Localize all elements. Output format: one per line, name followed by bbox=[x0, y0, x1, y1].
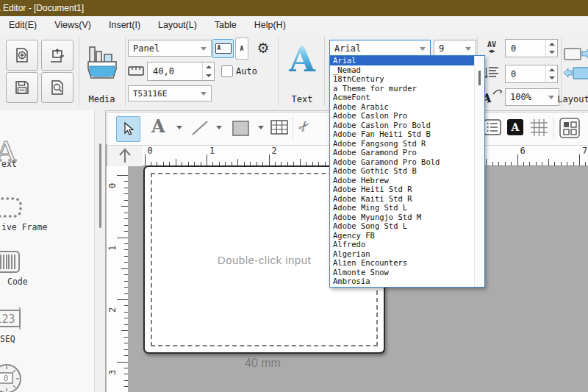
font-option[interactable]: a Theme for murder bbox=[330, 84, 474, 93]
ruler-tick bbox=[124, 231, 128, 232]
panel-select[interactable]: Panel bbox=[128, 40, 212, 57]
font-option[interactable]: Adobe Myungjo Std M bbox=[330, 213, 474, 222]
settings-button[interactable]: ⚙ bbox=[252, 38, 274, 59]
font-option[interactable]: Adobe Garamond Pro Bold bbox=[330, 157, 474, 167]
ruler-tick bbox=[124, 200, 128, 201]
ruler-tick bbox=[567, 162, 567, 165]
barcode-icon bbox=[0, 250, 21, 274]
font-option[interactable]: Almonte Snow bbox=[330, 268, 474, 277]
text-tool-dropdown-arrow[interactable] bbox=[176, 126, 182, 129]
line-spacing-field[interactable]: 0 bbox=[505, 65, 558, 83]
char-spacing-field[interactable]: 0 bbox=[505, 39, 558, 57]
media-button[interactable]: Media bbox=[81, 38, 123, 106]
sidebar-item-sequence[interactable]: 123 bbox=[0, 306, 24, 331]
menu-help[interactable]: Help(H) bbox=[245, 17, 295, 34]
ruler-tick bbox=[579, 154, 580, 165]
ruler-origin-button[interactable] bbox=[107, 145, 143, 167]
font-option[interactable]: Ambrosia bbox=[330, 277, 474, 286]
ruler-tick bbox=[124, 337, 128, 338]
menu-views[interactable]: Views(V) bbox=[46, 17, 100, 34]
font-option[interactable]: Adobe Kaiti Std R bbox=[330, 194, 474, 204]
char-width-select[interactable]: 100% bbox=[505, 88, 559, 106]
chevron-down-icon bbox=[201, 92, 207, 96]
menu-edit[interactable]: Edit(E) bbox=[0, 17, 46, 34]
title-bar: a Editor - [Document1] bbox=[0, 0, 588, 16]
ruler-tick bbox=[124, 188, 128, 188]
font-option[interactable]: Adobe Caslon Pro Bold bbox=[330, 121, 474, 130]
ruler-tick bbox=[523, 162, 524, 165]
menu-layout[interactable]: Layout(L) bbox=[149, 17, 206, 34]
font-option[interactable]: Alien Encounters bbox=[330, 258, 474, 268]
font-option[interactable]: 18thCentury bbox=[330, 74, 474, 84]
ruler-tick bbox=[529, 162, 530, 165]
ruler-tick bbox=[561, 162, 562, 165]
vertical-ruler: 0123 bbox=[107, 166, 128, 392]
line-spacing-spinner[interactable] bbox=[545, 65, 557, 82]
panels-layout-button[interactable] bbox=[559, 118, 580, 138]
new-document-icon bbox=[14, 47, 30, 63]
sidebar-item-barcode[interactable] bbox=[0, 250, 21, 274]
font-option[interactable]: Adobe Ming Std L bbox=[330, 203, 474, 213]
orientation-horizontal-button[interactable]: A bbox=[212, 39, 234, 58]
ruler-tick bbox=[498, 162, 499, 165]
save-button[interactable] bbox=[6, 72, 38, 103]
auto-checkbox[interactable] bbox=[221, 65, 233, 77]
window-title: a Editor - [Document1] bbox=[0, 0, 84, 16]
font-option[interactable]: AcmeFont bbox=[330, 93, 474, 102]
font-option[interactable]: Adobe Song Std L bbox=[330, 221, 474, 231]
font-option[interactable]: Adobe Garamond Pro bbox=[330, 148, 474, 157]
sidebar-item-text-label: ext bbox=[1, 159, 17, 169]
shape-tool-dropdown-arrow[interactable] bbox=[258, 126, 264, 129]
font-option[interactable]: Algerian bbox=[330, 249, 474, 259]
grid-toggle-button[interactable] bbox=[530, 118, 548, 137]
char-spacing-spinner[interactable] bbox=[545, 40, 557, 57]
orientation-vertical-button[interactable]: A bbox=[235, 38, 248, 60]
select-tool-button[interactable] bbox=[116, 116, 140, 142]
tape-width-spinner[interactable] bbox=[202, 63, 214, 80]
sidebar-scrollbar-thumb[interactable] bbox=[99, 143, 101, 228]
font-option[interactable]: Alfredo bbox=[330, 240, 474, 249]
font-option[interactable]: Adobe Hebrew bbox=[330, 176, 474, 185]
tape-width-field[interactable]: 40,0 bbox=[147, 62, 215, 81]
ruler-tick bbox=[124, 262, 128, 263]
ruler-tick bbox=[124, 243, 128, 244]
new-document-button[interactable] bbox=[6, 40, 38, 71]
font-dropdown-scrollbar[interactable] bbox=[474, 56, 484, 287]
layout-button[interactable]: Layout bbox=[563, 37, 588, 106]
menu-table[interactable]: Table bbox=[206, 17, 245, 34]
open-document-button[interactable] bbox=[41, 40, 74, 71]
ruler-tick bbox=[176, 159, 176, 165]
sidebar-item-decorative-frame[interactable] bbox=[0, 196, 24, 219]
menu-insert[interactable]: Insert(I) bbox=[100, 17, 149, 34]
font-option[interactable]: Adobe Arabic bbox=[330, 102, 474, 112]
font-option[interactable]: Agency FB bbox=[330, 231, 474, 240]
font-size-value: 9 bbox=[439, 43, 444, 54]
font-option[interactable]: Adobe Gothic Std B bbox=[330, 166, 474, 176]
inverse-text-button[interactable]: A bbox=[507, 119, 523, 135]
font-dropdown: Arial_Nemad18thCenturya Theme for murder… bbox=[329, 55, 485, 288]
table-tool-button[interactable] bbox=[270, 120, 288, 135]
font-dropdown-scrollbar-thumb[interactable] bbox=[478, 71, 481, 85]
ruler-number: 1 bbox=[107, 240, 118, 251]
ruler-tick bbox=[511, 162, 512, 165]
text-tool-button[interactable]: A bbox=[151, 118, 165, 135]
font-option[interactable]: Adobe Fangsong Std R bbox=[330, 139, 474, 149]
save-icon bbox=[14, 79, 30, 96]
font-option[interactable]: Adobe Heiti Std R bbox=[330, 185, 474, 194]
font-option[interactable]: Adobe Caslon Pro bbox=[330, 111, 474, 121]
shape-tool-button[interactable] bbox=[232, 121, 249, 136]
media-type-select[interactable]: T53116E bbox=[128, 85, 212, 101]
ruler-number: 1 bbox=[209, 146, 215, 156]
font-option[interactable]: _Nemad bbox=[330, 65, 474, 75]
line-tool-button[interactable] bbox=[191, 120, 209, 136]
cut-button[interactable]: ✂ bbox=[294, 116, 315, 136]
font-option[interactable]: Adobe Fan Heiti Std B bbox=[330, 129, 474, 139]
ruler-tick bbox=[237, 159, 238, 165]
sidebar-item-datetime[interactable]: 0 bbox=[0, 362, 24, 392]
text-button[interactable]: A Text bbox=[282, 37, 322, 106]
line-tool-dropdown-arrow[interactable] bbox=[216, 126, 222, 129]
properties-list-button[interactable] bbox=[484, 119, 501, 135]
sidebar-scrollbar[interactable] bbox=[94, 110, 105, 392]
print-preview-button[interactable] bbox=[41, 72, 74, 103]
font-option[interactable]: Arial bbox=[330, 56, 474, 65]
